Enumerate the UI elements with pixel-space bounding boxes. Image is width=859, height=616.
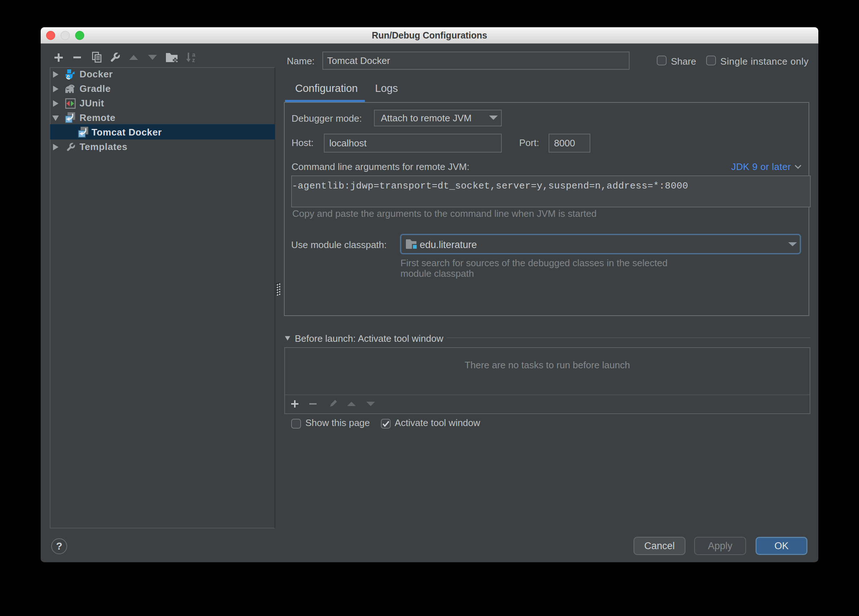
svg-text:z: z	[192, 57, 195, 63]
